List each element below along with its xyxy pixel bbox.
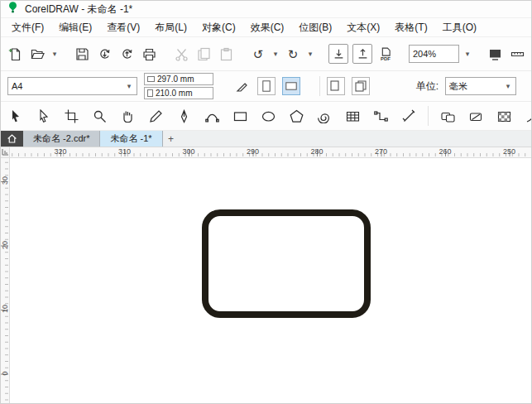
menu-object[interactable]: 对象(C)	[194, 18, 243, 37]
hruler-label: 300	[182, 147, 194, 156]
dimension-tool-icon[interactable]	[400, 107, 418, 125]
undo-dropdown-icon[interactable]: ▾	[271, 50, 280, 58]
crop-tool-icon[interactable]	[62, 107, 80, 125]
publish-pdf-icon[interactable]: PDF	[376, 45, 395, 63]
open-folder-icon[interactable]	[28, 45, 46, 63]
print-icon[interactable]	[140, 45, 158, 63]
menu-bitmaps[interactable]: 位图(B)	[291, 18, 339, 37]
polygon-tool-icon[interactable]	[287, 107, 305, 125]
undo-icon[interactable]: ↺	[249, 45, 267, 63]
zoom-level-value: 204%	[413, 49, 455, 59]
rectangle-tool-icon[interactable]	[231, 107, 249, 125]
hruler-label: 290	[247, 147, 259, 156]
page-size-dropdown-icon: ▾	[125, 82, 133, 90]
vruler-label: 20	[1, 239, 9, 250]
paste-icon[interactable]	[217, 45, 235, 63]
width-icon	[147, 76, 155, 82]
cloud-download-icon[interactable]	[95, 45, 113, 63]
title-bar: CorelDRAW - 未命名 -1*	[1, 1, 531, 18]
menu-view[interactable]: 查看(V)	[99, 18, 147, 37]
hruler-label: 270	[375, 147, 387, 156]
vertical-ruler[interactable]: 30 20 10 0	[1, 158, 10, 403]
page-size-combo[interactable]: A4 ▾	[7, 77, 137, 95]
export-icon[interactable]	[352, 44, 372, 64]
units-dropdown-icon: ▾	[504, 82, 512, 90]
standard-toolbar: ▾	[1, 37, 531, 71]
vruler-label: 0	[1, 368, 9, 378]
hruler-label: 320	[54, 147, 66, 156]
spiral-tool-icon[interactable]	[315, 107, 333, 125]
hruler-label: 280	[310, 147, 323, 156]
menu-effects[interactable]: 效果(C)	[243, 18, 292, 37]
home-icon	[7, 133, 17, 144]
height-icon	[147, 89, 153, 97]
units-value: 毫米	[449, 80, 504, 93]
menu-bar: 文件(F) 编辑(E) 查看(V) 布局(L) 对象(C) 效果(C) 位图(B…	[1, 18, 531, 37]
coreldraw-logo-icon	[7, 1, 19, 17]
outline-pen-tool-icon[interactable]	[523, 107, 531, 125]
window-title: CorelDRAW - 未命名 -1*	[25, 2, 132, 17]
nudge-icon[interactable]	[232, 77, 251, 95]
cut-icon[interactable]	[172, 45, 190, 63]
fullscreen-preview-icon[interactable]	[486, 45, 504, 63]
page-dimensions: 297.0 mm 210.0 mm	[144, 73, 213, 99]
toolbox	[1, 102, 531, 131]
connector-tool-icon[interactable]	[371, 107, 390, 125]
page-height-value: 210.0 mm	[156, 89, 192, 98]
table-tool-icon[interactable]	[343, 107, 362, 125]
document-tab-1-label: 未命名 -2.cdr*	[33, 132, 89, 145]
menu-layout[interactable]: 布局(L)	[147, 18, 194, 37]
horizontal-ruler[interactable]: 320 310 300 290 280 270 260 250	[10, 147, 531, 158]
open-dropdown-icon[interactable]: ▾	[50, 50, 59, 58]
document-tab-1[interactable]: 未命名 -2.cdr*	[23, 131, 100, 147]
page-width-value: 297.0 mm	[157, 75, 194, 84]
new-document-tab-button[interactable]: +	[163, 131, 180, 147]
all-pages-button[interactable]	[352, 77, 370, 95]
zoom-dropdown-icon[interactable]: ▾	[463, 50, 472, 58]
units-label: 单位:	[416, 79, 439, 94]
menu-text[interactable]: 文本(X)	[339, 18, 387, 37]
smart-fill-tool-icon[interactable]	[467, 107, 485, 125]
pdf-label: PDF	[381, 56, 391, 61]
drawing-workspace[interactable]: 30 20 10 0	[1, 158, 531, 403]
property-bar: A4 ▾ 297.0 mm 210.0 mm	[1, 71, 531, 102]
zoom-tool-icon[interactable]	[90, 107, 108, 125]
ruler-row: 320 310 300 290 280 270 260 250	[1, 147, 531, 158]
redo-dropdown-icon[interactable]: ▾	[306, 50, 314, 58]
pen-tool-icon[interactable]	[175, 107, 193, 125]
orientation-landscape-button[interactable]	[282, 77, 300, 95]
ellipse-tool-icon[interactable]	[259, 107, 277, 125]
menu-edit[interactable]: 编辑(E)	[51, 18, 99, 37]
page-height-field[interactable]: 210.0 mm	[144, 87, 213, 99]
menu-file[interactable]: 文件(F)	[4, 18, 51, 37]
import-icon[interactable]	[328, 44, 348, 64]
hruler-label: 260	[439, 147, 451, 156]
menu-table[interactable]: 表格(T)	[387, 18, 434, 37]
orientation-portrait-button[interactable]	[257, 77, 276, 95]
new-document-icon[interactable]	[6, 45, 24, 63]
show-rulers-icon[interactable]	[508, 45, 526, 63]
coreldraw-window: CorelDRAW - 未命名 -1* 文件(F) 编辑(E) 查看(V) 布局…	[0, 0, 532, 404]
pan-tool-icon[interactable]	[118, 107, 137, 125]
home-tab[interactable]	[1, 131, 23, 147]
document-tab-bar: 未命名 -2.cdr* 未命名 -1* +	[1, 131, 531, 147]
save-icon[interactable]	[73, 45, 91, 63]
current-page-button[interactable]	[327, 77, 345, 95]
zoom-level-combo[interactable]: 204%	[409, 45, 459, 63]
hruler-label: 310	[118, 147, 131, 156]
freehand-tool-icon[interactable]	[146, 107, 165, 125]
copy-icon[interactable]	[194, 45, 213, 63]
cloud-upload-icon[interactable]	[117, 45, 136, 63]
shape-tool-icon[interactable]	[34, 107, 52, 125]
page-width-field[interactable]: 297.0 mm	[144, 73, 213, 85]
bezier-tool-icon[interactable]	[203, 107, 221, 125]
menu-tools[interactable]: 工具(O)	[435, 18, 484, 37]
pick-tool-icon[interactable]	[6, 107, 24, 125]
units-combo[interactable]: 毫米 ▾	[445, 77, 516, 95]
interactive-fill-tool-icon[interactable]	[439, 107, 457, 125]
transparency-tool-icon[interactable]	[495, 107, 513, 125]
drawn-rounded-rectangle[interactable]	[202, 209, 371, 318]
redo-icon[interactable]: ↻	[284, 45, 302, 63]
document-tab-2[interactable]: 未命名 -1*	[100, 131, 162, 147]
ruler-origin-button[interactable]	[1, 147, 10, 158]
